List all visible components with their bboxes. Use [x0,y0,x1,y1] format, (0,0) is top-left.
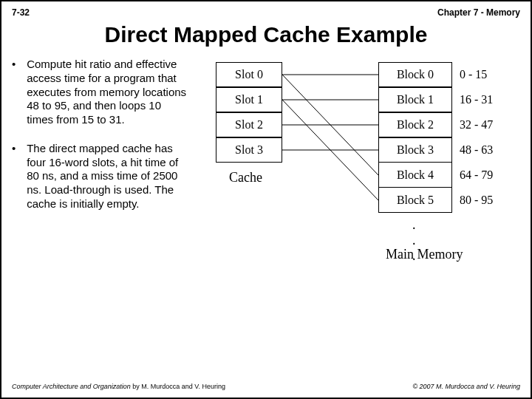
bullet-1: • Compute hit ratio and effective access… [12,58,197,127]
footer-authors: by M. Murdocca and V. Heuring [132,383,225,390]
slide-header: 7-32 Chapter 7 - Memory [12,7,520,18]
addr-range-3: 48 - 63 [460,143,493,157]
memory-block-4: Block 4 [378,163,452,188]
addr-range-2: 32 - 47 [460,118,493,132]
main-memory-label: Main Memory [386,247,463,262]
cache-slot-1: Slot 1 [216,87,282,112]
addr-range-4: 64 - 79 [460,168,493,182]
addr-range-5: 80 - 95 [460,194,493,207]
memory-block-1: Block 1 [378,87,452,112]
slide-body: • Compute hit ratio and effective access… [12,58,520,324]
memory-block-5: Block 5 [378,188,452,213]
memory-block-2: Block 2 [378,112,452,137]
cache-slot-0: Slot 0 [216,62,282,87]
memory-block-3: Block 3 [378,137,452,163]
memory-block-0: Block 0 [378,62,452,87]
page-number: 7-32 [12,7,30,18]
bullet-dot: • [12,142,24,156]
slide: 7-32 Chapter 7 - Memory Direct Mapped Ca… [0,0,532,399]
bullet-2: • The direct mapped cache has four 16-wo… [12,142,197,211]
cache-slot-2: Slot 2 [216,112,282,137]
bullet-text: The direct mapped cache has four 16-word… [27,142,189,211]
addr-range-1: 16 - 31 [460,93,493,106]
footer-book: Computer Architecture and Organization b… [12,383,225,390]
cache-slot-3: Slot 3 [216,137,282,163]
figure-cache-mapping: Slot 0 Slot 1 Slot 2 Slot 3 Cache Block … [201,58,511,324]
slide-footer: Computer Architecture and Organization b… [12,383,520,390]
bullet-dot: • [12,58,24,72]
bullet-text: Compute hit ratio and effective access t… [27,58,189,127]
text-column: • Compute hit ratio and effective access… [12,58,201,324]
footer-book-title: Computer Architecture and Organization [12,383,131,390]
slide-title: Direct Mapped Cache Example [12,22,520,47]
cache-label: Cache [229,170,262,185]
footer-copyright: © 2007 M. Murdocca and V. Heuring [412,383,520,390]
addr-range-0: 0 - 15 [460,68,487,81]
chapter-label: Chapter 7 - Memory [437,7,520,18]
